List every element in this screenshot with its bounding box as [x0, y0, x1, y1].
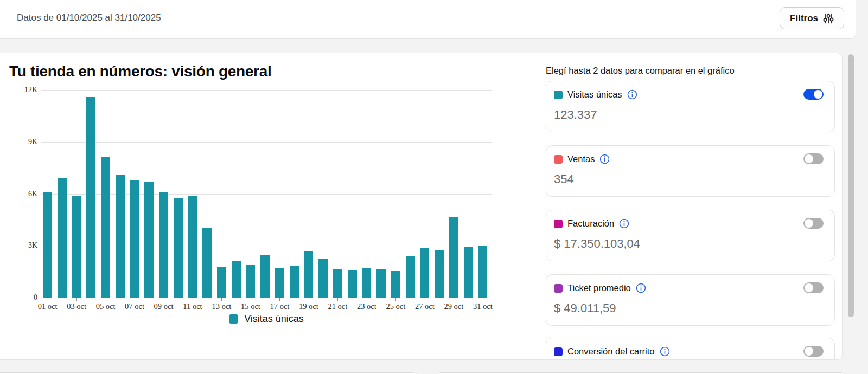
gridline: [41, 90, 492, 91]
x-tick-mark: [337, 298, 338, 301]
bar-22-oct[interactable]: [348, 270, 357, 298]
bar-15-oct[interactable]: [246, 265, 255, 298]
scrollbar-thumb[interactable]: [848, 54, 854, 317]
bar-09-oct[interactable]: [159, 192, 168, 298]
bar-19-oct[interactable]: [304, 251, 313, 298]
x-tick-mark: [309, 298, 309, 301]
bar-20-oct[interactable]: [318, 259, 328, 298]
x-tick-mark: [76, 298, 77, 301]
metric-label: Ticket promedio: [567, 283, 631, 293]
metric-swatch: [554, 347, 563, 356]
toggle-ventas[interactable]: [803, 153, 824, 164]
metric-value: $ 49.011,59: [554, 301, 616, 315]
y-tick-label: 9K: [1, 138, 37, 146]
info-icon[interactable]: [599, 154, 610, 164]
info-icon[interactable]: [627, 89, 637, 100]
bar-25-oct[interactable]: [391, 271, 400, 298]
metric-label: Visitas únicas: [567, 89, 622, 100]
date-range-label: Datos de 01/10/2025 al 31/10/2025: [17, 12, 161, 23]
sliders-icon: [823, 12, 834, 24]
bar-27-oct[interactable]: [420, 248, 429, 298]
metric-swatch: [554, 284, 563, 293]
info-icon[interactable]: [619, 218, 629, 229]
chart-legend: Visitas únicas: [41, 313, 492, 325]
toggle-visitas-unicas[interactable]: [803, 89, 824, 100]
x-tick-mark: [221, 298, 222, 301]
x-tick-mark: [454, 298, 454, 301]
metric-label: Conversión del carrito: [567, 346, 655, 357]
bar-29-oct[interactable]: [449, 217, 458, 298]
x-axis-line: [41, 298, 492, 298]
x-tick-mark: [48, 298, 48, 301]
x-tick-mark: [106, 298, 106, 301]
metric-card-facturacion: Facturación $ 17.350.103,04: [546, 210, 835, 261]
bar-10-oct[interactable]: [174, 198, 183, 298]
bar-08-oct[interactable]: [144, 182, 154, 298]
overview-card: Tu tienda en números: visión general 03K…: [0, 53, 843, 360]
toggle-conversion-del-carrito[interactable]: [803, 346, 824, 357]
x-tick-mark: [193, 298, 193, 301]
info-icon[interactable]: [660, 346, 670, 357]
bar-12-oct[interactable]: [202, 228, 212, 298]
metric-label: Facturación: [567, 218, 614, 229]
legend-label: Visitas únicas: [244, 313, 304, 325]
y-tick-label: 6K: [1, 190, 37, 198]
x-tick-mark: [425, 298, 425, 301]
gridline: [41, 142, 492, 143]
toggle-facturacion[interactable]: [803, 218, 824, 229]
metric-swatch: [554, 91, 563, 99]
bar-21-oct[interactable]: [333, 269, 342, 298]
bar-16-oct[interactable]: [260, 255, 270, 298]
y-tick-label: 3K: [1, 241, 37, 250]
filters-button-label: Filtros: [790, 13, 818, 24]
bar-02-oct[interactable]: [58, 178, 67, 298]
bar-01-oct[interactable]: [43, 192, 52, 298]
bar-26-oct[interactable]: [406, 256, 415, 298]
metric-card-conversion-del-carrito: Conversión del carrito: [546, 338, 835, 360]
bar-28-oct[interactable]: [435, 250, 444, 298]
bar-11-oct[interactable]: [188, 196, 197, 298]
bar-31-oct[interactable]: [478, 246, 487, 298]
x-tick-mark: [367, 298, 367, 301]
bar-03-oct[interactable]: [72, 196, 81, 298]
bar-23-oct[interactable]: [362, 268, 371, 298]
metric-value: $ 17.350.103,04: [554, 237, 640, 251]
bar-24-oct[interactable]: [376, 269, 386, 298]
bar-04-oct[interactable]: [86, 97, 95, 298]
panel-header: Elegí hasta 2 datos para comparar en el …: [546, 66, 735, 76]
metric-card-visitas-unicas: Visitas únicas 123.337: [546, 81, 835, 132]
y-tick-label: 12K: [1, 86, 37, 94]
metric-value: 123.337: [554, 108, 597, 122]
x-tick-mark: [135, 298, 135, 301]
metric-swatch: [554, 155, 563, 164]
info-icon[interactable]: [636, 283, 646, 293]
bar-18-oct[interactable]: [290, 266, 299, 298]
bar-13-oct[interactable]: [217, 267, 226, 298]
metric-card-ticket-promedio: Ticket promedio $ 49.011,59: [546, 274, 835, 326]
legend-swatch: [229, 314, 238, 324]
bar-14-oct[interactable]: [232, 261, 241, 298]
metric-swatch: [554, 220, 563, 228]
x-tick-mark: [483, 298, 483, 301]
bar-06-oct[interactable]: [116, 175, 125, 298]
filters-button[interactable]: Filtros: [780, 7, 844, 29]
x-tick-label: 31 oct: [465, 302, 500, 311]
metric-label: Ventas: [567, 154, 595, 164]
x-tick-mark: [395, 298, 396, 301]
metric-card-ventas: Ventas 354: [546, 145, 835, 197]
toggle-ticket-promedio[interactable]: [803, 282, 824, 293]
bar-05-oct[interactable]: [101, 157, 110, 298]
x-tick-mark: [251, 298, 251, 301]
x-tick-mark: [279, 298, 280, 301]
bar-07-oct[interactable]: [130, 180, 139, 298]
metric-value: 354: [554, 172, 574, 186]
x-tick-mark: [164, 298, 164, 301]
topbar: Datos de 01/10/2025 al 31/10/2025 Filtro…: [0, 0, 856, 39]
bar-17-oct[interactable]: [275, 268, 284, 298]
bar-30-oct[interactable]: [464, 247, 473, 298]
y-tick-label: 0: [1, 293, 37, 302]
